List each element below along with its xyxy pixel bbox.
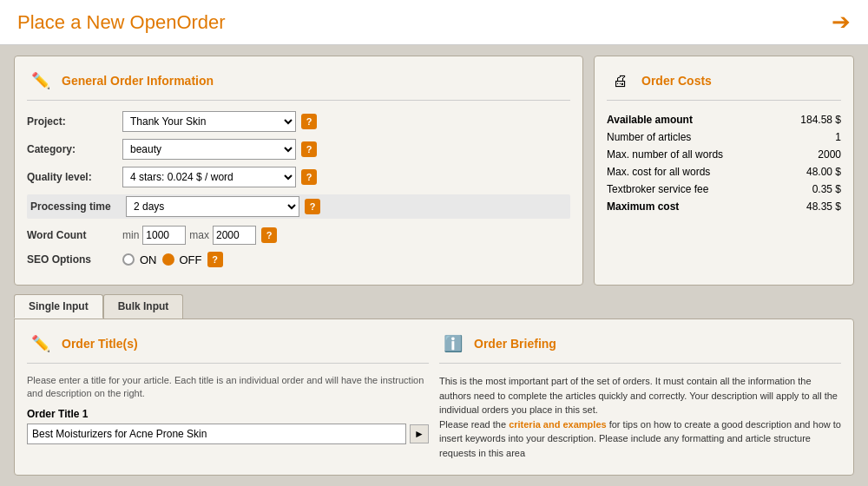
printer-icon: 🖨: [607, 67, 635, 95]
cost-row: Maximum cost48.35 $: [607, 198, 841, 215]
order-title-1-wrap: ►: [27, 424, 429, 444]
briefing-text-2: Please read the criteria and examples fo…: [439, 417, 841, 461]
order-title-1-input[interactable]: [27, 424, 406, 444]
order-title-1-label: Order Title 1: [27, 408, 429, 420]
min-label: min: [122, 229, 139, 241]
quality-help-button[interactable]: ?: [301, 169, 317, 185]
order-title-arrow-button[interactable]: ►: [410, 424, 429, 443]
max-input[interactable]: [213, 226, 256, 245]
page-title: Place a New OpenOrder: [17, 11, 226, 34]
cost-value: 0.35 $: [780, 181, 841, 198]
cost-label: Textbroker service fee: [607, 181, 780, 198]
project-control-wrap: Thank Your Skin ?: [122, 111, 570, 132]
main-content: ✏️ General Order Information Project: Th…: [0, 45, 868, 486]
cost-value: 1: [780, 128, 841, 146]
briefing-text-part2: Please read the: [439, 419, 509, 430]
seo-help-button[interactable]: ?: [207, 252, 223, 267]
back-button[interactable]: ➔: [832, 9, 851, 36]
order-briefing-title: Order Briefing: [474, 337, 556, 351]
min-input[interactable]: [142, 226, 186, 245]
page-header: Place a New OpenOrder ➔: [0, 0, 868, 45]
word-count-wrap: min max ?: [122, 226, 570, 245]
cost-value: 48.00 $: [780, 163, 841, 181]
cost-label: Maximum cost: [607, 198, 780, 215]
category-select[interactable]: beauty: [122, 139, 296, 160]
costs-table: Available amount184.58 $Number of articl…: [607, 111, 841, 215]
seo-on-label: ON: [140, 253, 157, 266]
category-row: Category: beauty ?: [27, 139, 570, 160]
tabs: Single InputBulk Input: [14, 294, 854, 319]
project-help-button[interactable]: ?: [301, 114, 317, 129]
project-label: Project:: [27, 115, 122, 128]
category-control-wrap: beauty ?: [122, 139, 570, 160]
order-costs-header: 🖨 Order Costs: [607, 67, 841, 101]
order-titles-title: Order Title(s): [62, 337, 138, 351]
cost-row: Textbroker service fee0.35 $: [607, 181, 841, 198]
word-count-inputs: min max: [122, 226, 256, 245]
word-count-row: Word Count min max ?: [27, 226, 570, 245]
seo-on-radio[interactable]: [122, 253, 135, 266]
cost-value: 48.35 $: [780, 198, 841, 215]
seo-off-label: OFF: [180, 253, 202, 266]
quality-select[interactable]: 4 stars: 0.024 $ / word: [122, 167, 296, 187]
cost-label: Number of articles: [607, 128, 780, 146]
pencil-icon: ✏️: [27, 67, 55, 95]
order-titles-header: ✏️ Order Title(s): [27, 330, 429, 364]
seo-row: SEO Options ON OFF ?: [27, 252, 570, 267]
word-count-help-button[interactable]: ?: [261, 227, 277, 243]
cost-label: Max. number of all words: [607, 146, 780, 163]
order-costs-title: Order Costs: [641, 74, 712, 88]
processing-row: Processing time 2 days ?: [27, 194, 570, 219]
category-label: Category:: [27, 143, 122, 155]
briefing-text-1: This is the most important part of the s…: [439, 374, 841, 417]
seo-label: SEO Options: [27, 253, 122, 266]
bottom-panels: ✏️ Order Title(s) Please enter a title f…: [14, 319, 854, 476]
quality-control-wrap: 4 stars: 0.024 $ / word ?: [122, 167, 570, 187]
general-order-header: ✏️ General Order Information: [27, 67, 570, 101]
general-order-title: General Order Information: [62, 74, 214, 88]
cost-label: Max. cost for all words: [607, 163, 780, 181]
tab-bulk-input[interactable]: Bulk Input: [103, 294, 184, 319]
order-briefing-icon: ℹ️: [439, 330, 467, 358]
cost-row: Max. number of all words2000: [607, 146, 841, 163]
word-count-label: Word Count: [27, 229, 122, 241]
quality-row: Quality level: 4 stars: 0.024 $ / word ?: [27, 167, 570, 187]
briefing-link[interactable]: criteria and examples: [509, 419, 607, 430]
cost-value: 2000: [780, 146, 841, 163]
processing-select[interactable]: 2 days: [126, 196, 299, 217]
cost-value: 184.58 $: [780, 111, 841, 128]
cost-row: Number of articles1: [607, 128, 841, 146]
processing-label: Processing time: [30, 200, 126, 213]
project-select[interactable]: Thank Your Skin: [122, 111, 296, 132]
order-titles-icon: ✏️: [27, 330, 55, 358]
processing-control-wrap: 2 days ?: [126, 196, 567, 217]
order-briefing-header: ℹ️ Order Briefing: [439, 330, 841, 364]
order-briefing-panel: ℹ️ Order Briefing This is the most impor…: [439, 330, 841, 464]
order-titles-panel: ✏️ Order Title(s) Please enter a title f…: [27, 330, 429, 464]
tab-single-input[interactable]: Single Input: [14, 294, 103, 319]
cost-row: Max. cost for all words48.00 $: [607, 163, 841, 181]
seo-off-radio[interactable]: [162, 253, 174, 266]
bottom-row: Single InputBulk Input ✏️ Order Title(s)…: [14, 294, 854, 476]
cost-row: Available amount184.58 $: [607, 111, 841, 128]
order-costs-panel: 🖨 Order Costs Available amount184.58 $Nu…: [594, 56, 854, 286]
top-row: ✏️ General Order Information Project: Th…: [14, 56, 854, 286]
max-label: max: [189, 229, 209, 241]
seo-toggle: ON OFF: [122, 253, 202, 266]
processing-help-button[interactable]: ?: [305, 199, 320, 214]
cost-label: Available amount: [607, 111, 780, 128]
category-help-button[interactable]: ?: [301, 141, 317, 157]
general-order-panel: ✏️ General Order Information Project: Th…: [14, 56, 583, 286]
quality-label: Quality level:: [27, 171, 122, 183]
order-titles-desc: Please enter a title for your article. E…: [27, 374, 429, 401]
seo-control-wrap: ON OFF ?: [122, 252, 570, 267]
project-row: Project: Thank Your Skin ?: [27, 111, 570, 132]
